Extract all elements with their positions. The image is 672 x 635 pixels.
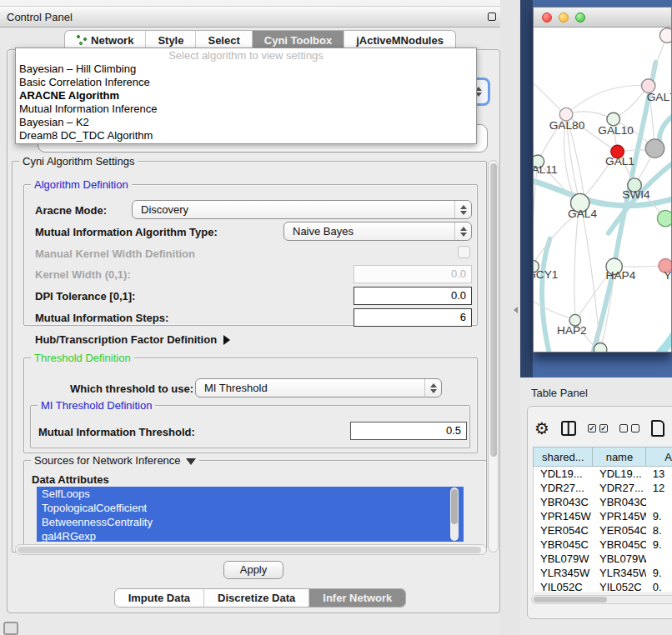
mi-threshold-label: Mutual Information Threshold: bbox=[38, 426, 195, 438]
bottom-tabs: Impute DataDiscretize DataInfer Network bbox=[114, 588, 407, 608]
dropdown-item[interactable]: Dream8 DC_TDC Algorithm bbox=[16, 129, 476, 142]
table-cell: 12 bbox=[646, 481, 672, 495]
settings-vertical-scrollbar[interactable] bbox=[488, 160, 499, 552]
tab-cyni-toolbox[interactable]: Cyni Toolbox bbox=[253, 31, 344, 49]
network-edge bbox=[649, 35, 667, 86]
screen: Control Panel ✖ NetworkStyleSelectCyni T… bbox=[0, 0, 672, 635]
which-threshold-combo[interactable]: MI Threshold bbox=[195, 378, 442, 398]
tab-discretize-data[interactable]: Discretize Data bbox=[204, 589, 309, 607]
dropdown-item[interactable]: Basic Correlation Inference bbox=[16, 76, 476, 89]
table-cell: YER054C bbox=[534, 523, 593, 538]
tab-label: Style bbox=[158, 34, 183, 47]
network-canvas[interactable]: GAL7GAL80GAL10GAL1GAL11SWI4GAL4GCY1HAP4Y… bbox=[534, 28, 671, 352]
sources-title: Sources for Network Inference bbox=[34, 454, 181, 467]
tab-jactivemnodules[interactable]: jActiveMNodules bbox=[344, 31, 455, 49]
table-cell: YBR043C bbox=[593, 495, 646, 509]
table-row[interactable]: YBR045CYBR045C9. bbox=[534, 538, 672, 552]
tab-label: Select bbox=[208, 34, 239, 47]
settings-horizontal-scrollbar[interactable] bbox=[15, 544, 487, 555]
dropdown-item[interactable]: Bayesian – K2 bbox=[16, 116, 476, 129]
aracne-mode-combo[interactable]: Discovery bbox=[132, 200, 472, 219]
combo-arrows-icon bbox=[424, 379, 441, 397]
panel-divider[interactable] bbox=[500, 0, 520, 635]
table-cell: YLR345W bbox=[534, 566, 593, 580]
control-panel-tabbar: NetworkStyleSelectCyni ToolboxjActiveMNo… bbox=[0, 30, 520, 49]
float-window-icon[interactable] bbox=[488, 12, 496, 21]
tab-impute-data[interactable]: Impute Data bbox=[115, 589, 204, 607]
manual-kernel-checkbox[interactable] bbox=[458, 246, 470, 258]
mi-type-combo[interactable]: Naive Bayes bbox=[283, 222, 472, 241]
export-table-icon[interactable] bbox=[651, 420, 664, 437]
table-cell: 9. bbox=[646, 566, 672, 580]
table-row[interactable]: YDL19...YDL19...13 bbox=[534, 467, 672, 481]
attribute-item[interactable]: gal4RGexp bbox=[37, 529, 464, 542]
deselect-all-icon[interactable] bbox=[619, 424, 639, 432]
table-cell: YBL079W bbox=[593, 552, 646, 566]
mi-type-value: Naive Bayes bbox=[293, 225, 354, 238]
attribute-item[interactable]: SelfLoops bbox=[37, 487, 464, 501]
data-attributes-list[interactable]: SelfLoopsTopologicalCoefficientBetweenne… bbox=[37, 487, 464, 542]
network-window-titlebar[interactable] bbox=[534, 8, 671, 28]
column-header[interactable]: A bbox=[645, 447, 672, 467]
table-panel-title: Table Panel bbox=[531, 387, 588, 399]
table-row[interactable]: YER054CYER054C8. bbox=[534, 523, 672, 538]
dropdown-item[interactable]: Mutual Information Inference bbox=[16, 102, 476, 116]
table-row[interactable]: YBR043CYBR043C bbox=[534, 495, 672, 509]
dropdown-item[interactable]: Bayesian – Hill Climbing bbox=[16, 62, 476, 76]
dropdown-item[interactable]: ARACNE Algorithm bbox=[16, 89, 476, 102]
attributes-scrollbar[interactable] bbox=[450, 488, 459, 541]
table-row[interactable]: YPR145WYPR145W9. bbox=[534, 509, 672, 523]
tab-select[interactable]: Select bbox=[196, 31, 252, 49]
algorithm-definition-title: Algorithm Definition bbox=[31, 178, 132, 191]
table-row[interactable]: YIL052CYIL052C0. bbox=[534, 580, 672, 592]
combo-arrows-icon bbox=[454, 201, 471, 218]
network-node[interactable] bbox=[657, 210, 671, 227]
desktop-shadow-strip bbox=[520, 0, 533, 392]
table-cell: YPR145W bbox=[593, 509, 646, 523]
node-label: HAP2 bbox=[557, 324, 587, 337]
tab-infer-network[interactable]: Infer Network bbox=[309, 589, 405, 607]
attribute-item[interactable]: BetweennessCentrality bbox=[37, 515, 464, 529]
dpi-tolerance-field[interactable]: 0.0 bbox=[354, 287, 472, 305]
table-row[interactable]: YLR345WYLR345W9. bbox=[534, 566, 672, 580]
node-table: shared...nameA YDL19...YDL19...13YDR27..… bbox=[533, 447, 672, 592]
table-cell: YIL052C bbox=[534, 580, 593, 592]
mi-threshold-field[interactable]: 0.5 bbox=[350, 422, 467, 440]
apply-button[interactable]: Apply bbox=[223, 561, 283, 579]
divider-handle-icon[interactable] bbox=[514, 307, 518, 313]
table-cell: YBL079W bbox=[534, 552, 593, 566]
mi-steps-field[interactable]: 6 bbox=[354, 308, 472, 327]
network-icon bbox=[77, 35, 87, 45]
table-body: YDL19...YDL19...13YDR27...YDR27...12YBR0… bbox=[533, 467, 672, 592]
minimize-traffic-light-icon[interactable] bbox=[559, 12, 569, 22]
attribute-item[interactable]: TopologicalCoefficient bbox=[37, 501, 464, 515]
select-all-icon[interactable]: ✓✓ bbox=[588, 424, 608, 432]
hub-section-header[interactable]: Hub/Transcription Factor Definition bbox=[35, 333, 230, 346]
gear-icon[interactable]: ⚙ bbox=[534, 420, 549, 437]
table-row[interactable]: YBL079WYBL079W bbox=[534, 552, 672, 566]
tab-network[interactable]: Network bbox=[65, 31, 146, 49]
zoom-traffic-light-icon[interactable] bbox=[575, 12, 585, 22]
tab-style[interactable]: Style bbox=[146, 31, 196, 49]
tab-label: jActiveMNodules bbox=[356, 34, 444, 47]
network-node[interactable] bbox=[645, 139, 664, 158]
network-node[interactable] bbox=[659, 28, 671, 43]
network-node[interactable] bbox=[594, 343, 607, 352]
minimized-panel-icon[interactable] bbox=[3, 622, 18, 635]
table-row[interactable]: YDR27...YDR27...12 bbox=[534, 481, 672, 495]
table-cell: 8. bbox=[646, 523, 672, 538]
table-cell: YDR27... bbox=[593, 481, 646, 495]
table-cell: YBR045C bbox=[593, 538, 646, 552]
top-tabs: NetworkStyleSelectCyni ToolboxjActiveMNo… bbox=[64, 30, 456, 49]
table-cell: YDL19... bbox=[534, 467, 593, 481]
table-horizontal-scrollbar[interactable] bbox=[531, 595, 672, 604]
sources-title-row[interactable]: Sources for Network Inference bbox=[31, 454, 199, 467]
table-panel-window: ⚙ ✓✓ shared...nameA YDL19...YDL19...13YD… bbox=[527, 406, 672, 619]
table-cell: YER054C bbox=[593, 523, 646, 538]
network-window: GAL7GAL80GAL10GAL1GAL11SWI4GAL4GCY1HAP4Y… bbox=[533, 7, 672, 352]
column-header[interactable]: name bbox=[592, 447, 645, 467]
column-header[interactable]: shared... bbox=[533, 447, 592, 467]
close-traffic-light-icon[interactable] bbox=[542, 12, 552, 22]
network-graph[interactable]: GAL7GAL80GAL10GAL1GAL11SWI4GAL4GCY1HAP4Y… bbox=[534, 28, 671, 352]
columns-icon[interactable] bbox=[561, 421, 576, 436]
